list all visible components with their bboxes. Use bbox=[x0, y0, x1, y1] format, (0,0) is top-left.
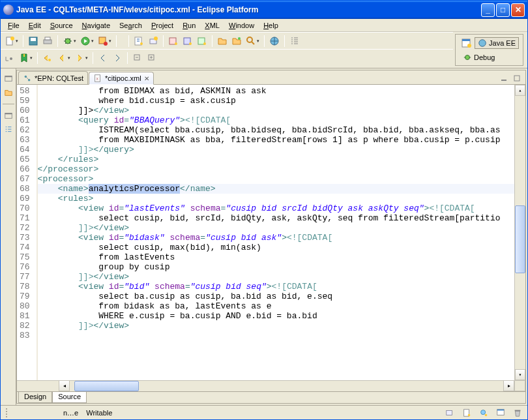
svg-rect-3 bbox=[31, 38, 36, 41]
svg-point-1 bbox=[10, 37, 14, 40]
left-gutter bbox=[1, 68, 16, 405]
open-type-button[interactable] bbox=[132, 35, 145, 48]
folder-a-button[interactable] bbox=[216, 35, 229, 48]
debug-button[interactable]: ▾ bbox=[61, 35, 78, 48]
scroll-down-button[interactable]: ▾ bbox=[515, 369, 525, 380]
show-whitespace-button[interactable] bbox=[3, 52, 16, 65]
svg-point-23 bbox=[10, 57, 12, 60]
svg-point-20 bbox=[238, 37, 241, 40]
scroll-up-button[interactable]: ▴ bbox=[515, 85, 525, 96]
svg-point-9 bbox=[104, 42, 108, 46]
status-icon bbox=[479, 408, 488, 417]
svg-point-13 bbox=[154, 37, 158, 40]
expand-all-button[interactable] bbox=[145, 52, 158, 65]
menu-help[interactable]: Help bbox=[259, 20, 283, 31]
tab-source[interactable]: Source bbox=[52, 391, 87, 403]
tool-a-button[interactable] bbox=[167, 35, 180, 48]
editor-body[interactable]: 5859606162636465666768697071727374757677… bbox=[17, 85, 525, 380]
svg-point-17 bbox=[189, 42, 192, 45]
tab-epn[interactable]: *EPN: CQLTest bbox=[18, 71, 88, 84]
outline-button[interactable] bbox=[3, 124, 14, 136]
restore-view-button[interactable] bbox=[3, 110, 14, 121]
svg-point-15 bbox=[175, 42, 177, 45]
bookmark-button[interactable]: ▾ bbox=[18, 52, 34, 65]
titlebar[interactable]: Java EE - CQLTest/META-INF/wlevs/citipoc… bbox=[1, 1, 527, 19]
menu-source[interactable]: Source bbox=[46, 20, 78, 31]
project-explorer-button[interactable] bbox=[3, 87, 14, 98]
trash-icon[interactable] bbox=[513, 408, 522, 417]
prev-annotation-button[interactable] bbox=[96, 52, 110, 65]
svg-point-21 bbox=[247, 37, 252, 42]
menu-run[interactable]: Run bbox=[178, 20, 200, 31]
globe-button[interactable] bbox=[268, 35, 281, 48]
svg-point-24 bbox=[48, 59, 51, 61]
separator bbox=[163, 35, 164, 47]
close-tab-icon[interactable]: ✕ bbox=[144, 75, 149, 82]
svg-rect-49 bbox=[515, 410, 521, 411]
run-button[interactable]: ▾ bbox=[79, 35, 95, 48]
scroll-left-button[interactable]: ◂ bbox=[59, 380, 70, 391]
horizontal-scrollbar[interactable]: ◂ ▸ bbox=[17, 380, 525, 391]
tab-design[interactable]: Design bbox=[18, 391, 52, 403]
separator bbox=[116, 35, 117, 47]
perspective-debug[interactable]: Debug bbox=[460, 52, 498, 63]
scroll-track[interactable] bbox=[515, 96, 525, 369]
scroll-right-button[interactable]: ▸ bbox=[503, 380, 514, 391]
menu-project[interactable]: Project bbox=[147, 20, 178, 31]
new-button[interactable]: ▾ bbox=[3, 35, 20, 48]
back-button[interactable]: ▾ bbox=[55, 52, 72, 65]
separator bbox=[127, 52, 128, 64]
perspective-javaee[interactable]: Java EE bbox=[475, 37, 519, 49]
close-button[interactable]: ✕ bbox=[511, 3, 525, 17]
menu-window[interactable]: Window bbox=[224, 20, 259, 31]
svg-rect-4 bbox=[44, 40, 51, 44]
restore-view-button[interactable] bbox=[3, 72, 14, 84]
separator bbox=[37, 52, 38, 64]
menu-edit[interactable]: Edit bbox=[24, 20, 46, 31]
toolbar-area: ▾ ▾ ▾ ▾ ▾ bbox=[1, 32, 527, 68]
maximize-editor-button[interactable] bbox=[511, 72, 523, 84]
menu-search[interactable]: Search bbox=[115, 20, 147, 31]
code-area[interactable]: from BIDMAX as bid, ASKMIN as ask where … bbox=[38, 85, 514, 380]
scroll-thumb[interactable] bbox=[515, 205, 525, 274]
save-button[interactable] bbox=[27, 35, 40, 48]
perspective-switcher: Java EE Debug bbox=[455, 34, 523, 66]
line-numbers: 5859606162636465666768697071727374757677… bbox=[17, 85, 38, 380]
statusbar: n…e Writable bbox=[1, 405, 527, 419]
search-button[interactable]: ▾ bbox=[244, 35, 261, 48]
print-button[interactable] bbox=[41, 35, 54, 48]
hscroll-track[interactable] bbox=[70, 380, 503, 391]
last-edit-button[interactable] bbox=[41, 52, 54, 65]
menu-file[interactable]: File bbox=[3, 20, 24, 31]
tab-citipoc[interactable]: X *citipoc.xml ✕ bbox=[89, 72, 154, 85]
xml-file-icon: X bbox=[93, 74, 102, 83]
minimize-button[interactable]: _ bbox=[481, 3, 495, 17]
collapse-all-button[interactable] bbox=[131, 52, 144, 65]
menu-xml[interactable]: XML bbox=[200, 20, 224, 31]
next-annotation-button[interactable] bbox=[111, 52, 124, 65]
svg-point-29 bbox=[467, 44, 471, 48]
status-icon bbox=[496, 408, 505, 417]
minimize-editor-button[interactable] bbox=[498, 72, 510, 84]
outline-button[interactable] bbox=[288, 35, 301, 48]
new-server-button[interactable] bbox=[147, 35, 160, 48]
svg-rect-28 bbox=[462, 39, 470, 41]
svg-rect-33 bbox=[5, 76, 12, 78]
external-tools-button[interactable]: ▾ bbox=[96, 35, 113, 48]
open-perspective-button[interactable] bbox=[460, 37, 473, 50]
separator bbox=[93, 52, 93, 64]
forward-button[interactable]: ▾ bbox=[73, 52, 89, 65]
folder-b-button[interactable] bbox=[230, 35, 243, 48]
menu-navigate[interactable]: Navigate bbox=[78, 20, 115, 31]
tool-b-button[interactable] bbox=[181, 35, 194, 48]
status-icon bbox=[462, 408, 471, 417]
vertical-scrollbar[interactable]: ▴ ▾ bbox=[514, 85, 525, 380]
window-title: Java EE - CQLTest/META-INF/wlevs/citipoc… bbox=[16, 5, 481, 14]
separator bbox=[57, 35, 58, 47]
maximize-button[interactable]: □ bbox=[496, 3, 510, 17]
tool-c-button[interactable] bbox=[196, 35, 209, 48]
svg-rect-48 bbox=[497, 409, 505, 410]
hscroll-thumb[interactable] bbox=[74, 381, 139, 391]
svg-point-11 bbox=[140, 42, 143, 45]
separator bbox=[212, 35, 213, 47]
